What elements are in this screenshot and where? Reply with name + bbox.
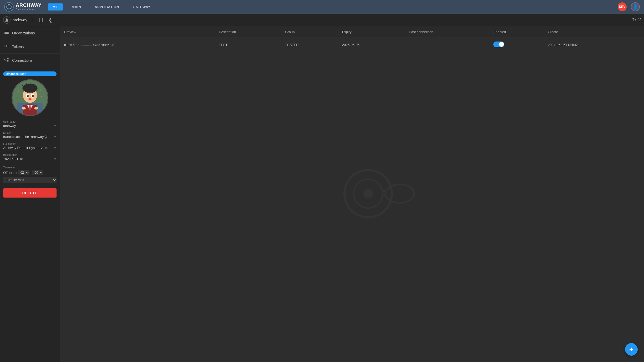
host-edit-button[interactable]: ✏ xyxy=(54,157,57,161)
svg-point-10 xyxy=(6,46,6,46)
current-username: archway xyxy=(13,18,27,22)
tokens-label: Tokens xyxy=(12,45,24,49)
logo-area: ARCHWAY Business edition xyxy=(4,2,42,12)
organizations-label: Organizations xyxy=(12,31,35,35)
table-row: d17e92bd..............47ac79de5b40 TEST … xyxy=(60,38,644,52)
connections-label: Connections xyxy=(12,58,33,63)
nav-gateway[interactable]: GATEWAY xyxy=(128,3,155,11)
svg-text:!: ! xyxy=(39,88,40,92)
svg-point-13 xyxy=(5,59,6,60)
fullname-value: Archway Default System Adm xyxy=(3,146,52,150)
mobile-button[interactable] xyxy=(38,17,44,23)
app-name: ARCHWAY xyxy=(16,3,42,8)
offset-minute-select[interactable]: 00 xyxy=(32,170,43,175)
svg-line-16 xyxy=(6,59,8,59)
top-nav: ARCHWAY Business edition ME MAIN APPLICA… xyxy=(0,0,644,14)
add-token-fab[interactable]: + xyxy=(625,343,638,356)
enabled-toggle[interactable] xyxy=(493,42,504,47)
svg-point-32 xyxy=(28,98,31,100)
nav-main[interactable]: MAIN xyxy=(67,3,86,11)
sort-icon: ↓ xyxy=(560,30,562,34)
svg-text:*: * xyxy=(40,95,42,98)
svg-rect-7 xyxy=(4,32,9,33)
host-label: Host target* xyxy=(3,153,57,156)
svg-point-14 xyxy=(7,58,8,59)
svg-point-35 xyxy=(34,107,38,110)
username-label: Username* xyxy=(3,120,57,123)
svg-rect-6 xyxy=(4,31,9,31)
second-bar: archway ⋯ ❮ ↻ ? xyxy=(0,14,644,26)
svg-point-30 xyxy=(27,95,28,96)
col-last-connection: Last connection xyxy=(405,26,489,38)
fullname-label: Full name* xyxy=(3,142,57,145)
user-icon xyxy=(3,16,11,24)
sidebar-item-connections[interactable]: Connections xyxy=(0,54,60,67)
fullname-field: Full name* Archway Default System Adm ✏ xyxy=(3,142,57,150)
content-area: Preview Description Group Expiry Last co… xyxy=(60,26,644,362)
logo-icon xyxy=(4,2,14,12)
tokens-table: Preview Description Group Expiry Last co… xyxy=(60,26,644,52)
svg-point-3 xyxy=(6,18,8,20)
database-user-badge: Database user xyxy=(3,71,57,76)
svg-point-15 xyxy=(7,60,8,61)
col-create[interactable]: Create ↓ xyxy=(544,26,644,38)
svg-text:!: ! xyxy=(17,89,19,94)
app-edition: Business edition xyxy=(16,8,42,11)
cell-expiry: 2025-06-06 xyxy=(338,38,405,52)
main-layout: Organizations Tokens xyxy=(0,26,644,362)
sidebar-item-organizations[interactable]: Organizations xyxy=(0,26,60,40)
offset-sign: + xyxy=(15,171,17,175)
user-avatar[interactable]: 👤 xyxy=(631,2,640,11)
email-label: Email* xyxy=(3,131,57,134)
dots-menu-button[interactable]: ⋯ xyxy=(29,16,36,23)
sidebar: Organizations Tokens xyxy=(0,26,60,362)
username-value: archway xyxy=(3,124,52,128)
svg-rect-8 xyxy=(4,33,9,34)
svg-point-5 xyxy=(41,21,41,22)
username-edit-button[interactable]: ✏ xyxy=(54,124,57,128)
nav-me[interactable]: ME xyxy=(48,3,63,11)
cell-group: TESTER xyxy=(281,38,338,52)
col-enabled: Enabled xyxy=(489,26,544,38)
sidebar-item-tokens[interactable]: Tokens xyxy=(0,40,60,54)
timezone-select[interactable]: Europe/Paris xyxy=(3,177,57,183)
collapse-sidebar-button[interactable]: ❮ xyxy=(47,16,53,24)
dev-badge: DEV xyxy=(618,2,627,11)
timezone-label: Timezone xyxy=(3,166,57,169)
cell-description: TEST xyxy=(215,38,281,52)
nav-application[interactable]: APPLICATION xyxy=(90,3,124,11)
username-field: Username* archway ✏ xyxy=(3,120,57,128)
col-description: Description xyxy=(215,26,281,38)
help-button[interactable]: ? xyxy=(638,17,641,23)
col-group: Group xyxy=(281,26,338,38)
connections-icon xyxy=(4,57,9,63)
email-field: Email* francois.achache+archway@ ✏ xyxy=(3,131,57,139)
email-value: francois.achache+archway@ xyxy=(3,135,52,139)
delete-button[interactable]: DELETE xyxy=(3,188,57,198)
cell-last-connection xyxy=(405,38,489,52)
logo-text: ARCHWAY Business edition xyxy=(16,3,42,11)
timezone-section: Timezone Offset : + 02 : 00 Europe/Paris xyxy=(3,166,57,183)
col-expiry: Expiry xyxy=(338,26,405,38)
svg-text:~: ~ xyxy=(16,96,18,100)
svg-line-17 xyxy=(6,60,8,61)
tokens-table-container: Preview Description Group Expiry Last co… xyxy=(60,26,644,362)
cell-create: 2024-06-06T13:54Z xyxy=(544,38,644,52)
profile-section: Database user xyxy=(0,67,60,202)
email-edit-button[interactable]: ✏ xyxy=(54,135,57,139)
offset-text: Offset xyxy=(3,171,12,175)
refresh-button[interactable]: ↻ xyxy=(632,17,636,23)
host-field: Host target* 192.168.1.18 ✏ xyxy=(3,153,57,161)
fullname-edit-button[interactable]: ✏ xyxy=(54,146,57,150)
col-preview: Preview xyxy=(60,26,215,38)
svg-point-31 xyxy=(33,95,33,96)
cell-preview: d17e92bd..............47ac79de5b40 xyxy=(60,38,215,52)
organizations-icon xyxy=(4,30,9,36)
tokens-icon xyxy=(4,44,9,50)
cell-enabled xyxy=(489,38,544,52)
svg-point-34 xyxy=(22,107,26,110)
offset-hour-select[interactable]: 02 xyxy=(18,170,29,175)
host-value: 192.168.1.18 xyxy=(3,157,52,161)
profile-avatar[interactable]: ! ! ~ * xyxy=(12,79,48,116)
timezone-offset-row: Offset : + 02 : 00 xyxy=(3,170,57,175)
